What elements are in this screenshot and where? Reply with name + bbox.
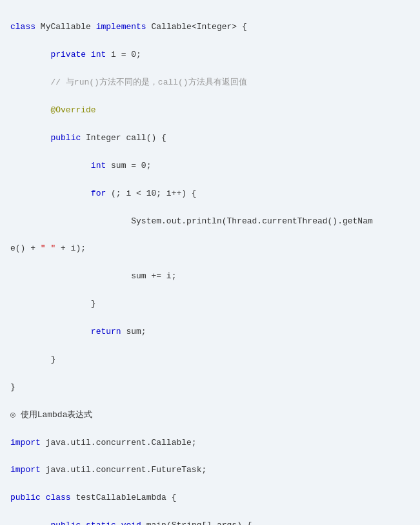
line-4: @Override	[10, 103, 410, 117]
line-14: }	[10, 380, 410, 394]
line-16: import java.util.concurrent.Callable;	[10, 436, 410, 449]
line-9: e() + " " + i);	[10, 242, 410, 255]
line-2: private int i = 0;	[10, 48, 410, 61]
code-block: class MyCallable implements Callable<Int…	[0, 5, 420, 525]
line-6: int sum = 0;	[10, 159, 410, 172]
line-17: import java.util.concurrent.FutureTask;	[10, 463, 410, 477]
line-18: public class testCallableLambda {	[10, 491, 410, 504]
line-12: return sum;	[10, 325, 410, 338]
line-10: sum += i;	[10, 269, 410, 283]
line-3: // 与run()方法不同的是，call()方法具有返回值	[10, 76, 410, 89]
line-13: }	[10, 353, 410, 366]
line-15: ◎ 使用Lambda表达式	[10, 408, 410, 422]
line-19: public static void main(String[] args) {	[10, 519, 410, 525]
code-container: class MyCallable implements Callable<Int…	[0, 0, 420, 525]
line-7: for (; i < 10; i++) {	[10, 187, 410, 200]
line-11: }	[10, 297, 410, 311]
line-5: public Integer call() {	[10, 131, 410, 145]
line-8: System.out.println(Thread.currentThread(…	[10, 214, 410, 228]
line-1: class MyCallable implements Callable<Int…	[10, 20, 410, 34]
